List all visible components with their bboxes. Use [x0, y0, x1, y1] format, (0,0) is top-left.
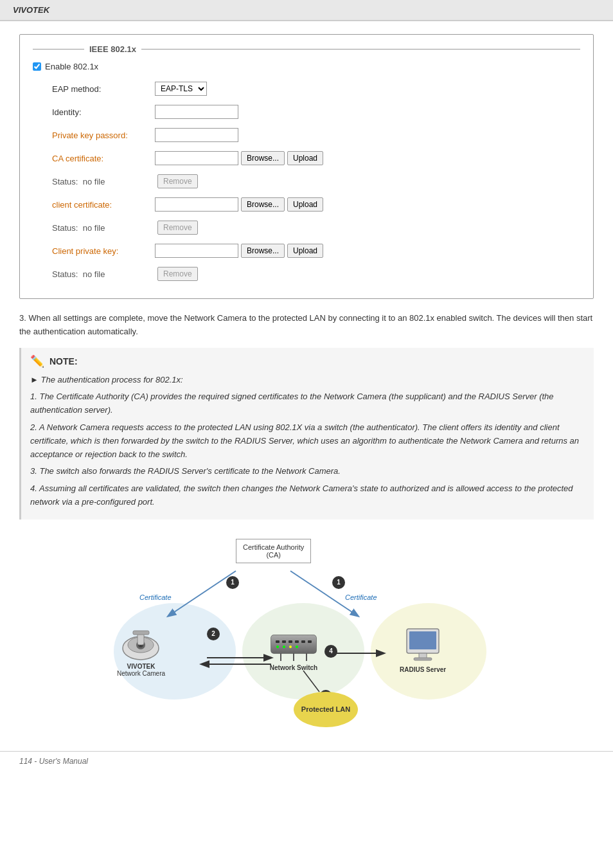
note-item-4: 4. Assuming all certificates are validat…: [30, 482, 585, 509]
form-table: EAP method: EAP-TLS Identity: Private ke…: [52, 80, 580, 282]
svg-rect-18: [276, 640, 280, 643]
diagram: Certificate Authority(CA) 1 Certificate …: [107, 532, 506, 725]
ca-remove-button[interactable]: Remove: [157, 174, 198, 188]
ca-cert-row: CA certificate: Browse... Upload: [52, 150, 580, 167]
badge-2: 2: [207, 628, 220, 640]
private-key-label: Private key passord:: [52, 131, 155, 140]
identity-input[interactable]: [155, 105, 238, 119]
switch-node: Network Switch: [268, 629, 319, 671]
client-remove-button[interactable]: Remove: [157, 221, 198, 235]
enable-label: Enable 802.1x: [45, 62, 98, 71]
client-key-upload-button[interactable]: Upload: [287, 244, 323, 258]
protected-lan-label: Protected LAN: [294, 692, 358, 727]
svg-rect-32: [409, 631, 436, 649]
client-cert-file-input[interactable]: [155, 197, 238, 212]
svg-rect-22: [301, 640, 305, 643]
client-cert-row: client certificate: Browse... Upload: [52, 196, 580, 213]
cert-left-label: Certificate: [139, 593, 172, 601]
client-cert-label: client certificate:: [52, 200, 155, 210]
client-key-status-row: Status: no file Remove: [52, 266, 580, 282]
ca-upload-button[interactable]: Upload: [287, 151, 323, 165]
private-key-input[interactable]: [155, 128, 238, 142]
enable-checkbox[interactable]: [33, 62, 41, 71]
private-key-row: Private key passord:: [52, 127, 580, 143]
ca-cert-file-input[interactable]: [155, 151, 238, 165]
ca-box: Certificate Authority(CA): [236, 539, 311, 563]
logo: VIVOTEK: [13, 5, 49, 15]
cert-right-label: Certificate: [345, 593, 377, 601]
header: VIVOTEK: [0, 0, 613, 21]
svg-rect-23: [308, 640, 312, 643]
note-item-2: 2. A Network Camera requests access to t…: [30, 421, 585, 461]
server-icon: [404, 626, 442, 664]
camera-label2: Network Camera: [117, 670, 165, 677]
ca-status-label: Status: no file: [52, 177, 155, 186]
note-item-3: 3. The switch also forwards the RADIUS S…: [30, 465, 585, 478]
eap-method-select[interactable]: EAP-TLS: [155, 82, 207, 96]
footer: 114 - User's Manual: [0, 751, 613, 771]
svg-rect-19: [282, 640, 286, 643]
svg-point-27: [296, 646, 298, 648]
identity-row: Identity:: [52, 104, 580, 120]
note-list: The authentication process for 802.1x: 1…: [30, 374, 585, 509]
client-key-label: Client private key:: [52, 246, 155, 256]
badge-4: 4: [324, 645, 337, 658]
client-upload-button[interactable]: Upload: [287, 197, 323, 212]
server-node: RADIUS Server: [400, 626, 446, 673]
svg-rect-15: [133, 631, 149, 635]
camera-icon: [120, 626, 162, 661]
svg-rect-17: [271, 635, 316, 653]
ieee-box: IEEE 802.1x Enable 802.1x EAP method: EA…: [19, 34, 594, 299]
step3-text: 3. When all settings are complete, move …: [19, 312, 594, 339]
note-item-1: 1. The Certificate Authority (CA) provid…: [30, 390, 585, 417]
svg-point-25: [283, 646, 285, 648]
svg-rect-20: [289, 640, 292, 643]
note-title: ✏️ NOTE:: [30, 354, 585, 368]
main-content: IEEE 802.1x Enable 802.1x EAP method: EA…: [0, 21, 613, 738]
client-key-remove-button[interactable]: Remove: [157, 267, 198, 281]
badge-1-left: 1: [226, 576, 239, 589]
client-key-browse-button[interactable]: Browse...: [241, 244, 285, 258]
svg-rect-21: [295, 640, 299, 643]
client-key-row: Client private key: Browse... Upload: [52, 242, 580, 259]
switch-icon: [268, 629, 319, 661]
ieee-title: IEEE 802.1x: [33, 44, 580, 54]
svg-point-26: [289, 646, 292, 648]
client-key-file-input[interactable]: [155, 244, 238, 258]
svg-line-3: [168, 571, 236, 616]
note-box: ✏️ NOTE: The authentication process for …: [19, 348, 594, 520]
ca-browse-button[interactable]: Browse...: [241, 151, 285, 165]
ca-status-row: Status: no file Remove: [52, 173, 580, 190]
svg-rect-34: [414, 658, 432, 660]
identity-label: Identity:: [52, 107, 155, 117]
svg-point-24: [276, 646, 279, 648]
note-bullet: The authentication process for 802.1x:: [30, 374, 585, 387]
camera-label1: VIVOTEK: [117, 663, 165, 670]
client-status-label: Status: no file: [52, 223, 155, 233]
switch-label: Network Switch: [268, 664, 319, 671]
camera-node: VIVOTEK Network Camera: [117, 626, 165, 677]
svg-line-8: [303, 671, 319, 692]
badge-1-right: 1: [332, 576, 345, 589]
footer-text: 114 - User's Manual: [19, 757, 88, 766]
note-icon: ✏️: [30, 354, 44, 368]
diagram-container: Certificate Authority(CA) 1 Certificate …: [19, 532, 594, 725]
protected-lan-node: Protected LAN: [294, 692, 358, 727]
enable-row: Enable 802.1x: [33, 62, 580, 71]
eap-method-row: EAP method: EAP-TLS: [52, 80, 580, 97]
client-browse-button[interactable]: Browse...: [241, 197, 285, 212]
client-key-status-label: Status: no file: [52, 269, 155, 279]
server-label: RADIUS Server: [400, 666, 446, 673]
ca-cert-label: CA certificate:: [52, 154, 155, 163]
ca-label: Certificate Authority(CA): [236, 539, 311, 563]
client-status-row: Status: no file Remove: [52, 219, 580, 236]
eap-method-label: EAP method:: [52, 84, 155, 94]
